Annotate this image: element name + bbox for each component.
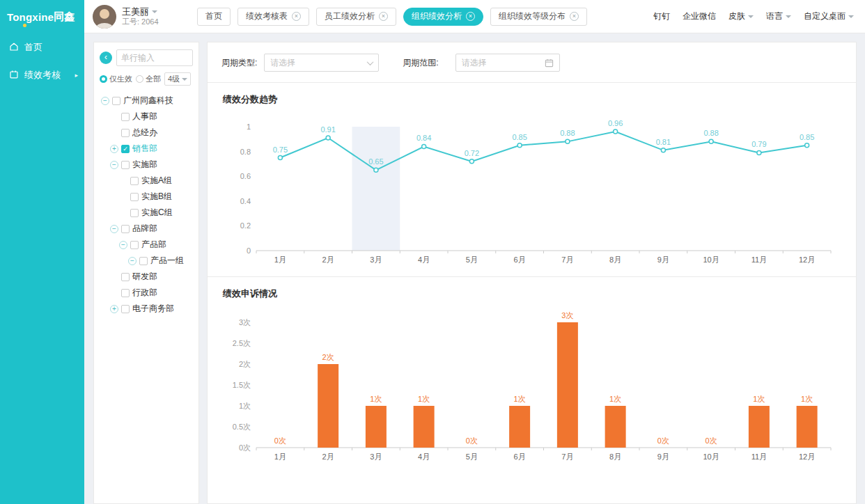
tree-node-label[interactable]: 产品部 xyxy=(141,239,166,251)
logo-dot xyxy=(23,24,26,27)
tree-node[interactable]: 总经办 xyxy=(100,125,193,141)
tree-node-label[interactable]: 研发部 xyxy=(132,271,157,283)
level-select[interactable]: 4级 xyxy=(164,72,191,86)
chevron-down-icon xyxy=(848,15,854,21)
tree-node[interactable]: −广州同鑫科技 xyxy=(100,93,193,109)
tree-node-label[interactable]: 总经办 xyxy=(132,127,157,139)
org-tree: −广州同鑫科技人事部总经办+✓销售部−实施部实施A组实施B组实施C组−品牌部−产… xyxy=(100,93,193,317)
svg-text:0.75: 0.75 xyxy=(273,145,288,154)
tree-node-label[interactable]: 实施B组 xyxy=(141,191,172,203)
tree-indent xyxy=(110,129,118,137)
collapse-panel-button[interactable]: ‹ xyxy=(100,52,112,64)
top-link-1[interactable]: 企业微信 xyxy=(683,10,716,22)
svg-text:3次: 3次 xyxy=(561,311,573,320)
svg-text:4月: 4月 xyxy=(418,452,430,461)
tree-node-label[interactable]: 广州同鑫科技 xyxy=(123,95,173,107)
checkbox[interactable]: ✓ xyxy=(121,145,130,153)
tab-label: 组织绩效等级分布 xyxy=(499,10,566,22)
close-icon[interactable]: × xyxy=(379,12,388,21)
tree-node[interactable]: +电子商务部 xyxy=(100,301,193,317)
calendar-icon xyxy=(545,58,554,68)
checkbox[interactable] xyxy=(121,129,130,137)
user-name: 王美丽 xyxy=(122,6,149,17)
top-link-4[interactable]: 自定义桌面 xyxy=(804,10,854,22)
checkbox[interactable] xyxy=(130,193,139,201)
app-root: Tongxine同鑫 首页绩效考核▸ 王美丽 工号: 2064 首页绩效考核表×… xyxy=(0,0,865,504)
sidebar-item-0[interactable]: 首页 xyxy=(0,33,84,61)
tree-node[interactable]: −实施部 xyxy=(100,157,193,173)
tree-indent xyxy=(110,113,118,121)
tab-3[interactable]: 组织绩效分析× xyxy=(403,8,483,26)
tree-node[interactable]: 实施C组 xyxy=(100,205,193,221)
tree-node-label[interactable]: 人事部 xyxy=(132,111,157,123)
tree-node[interactable]: −产品一组 xyxy=(100,253,193,269)
home-icon xyxy=(9,42,19,54)
line-chart-title: 绩效分数趋势 xyxy=(223,93,842,106)
close-icon[interactable]: × xyxy=(292,12,301,21)
tab-2[interactable]: 员工绩效分析× xyxy=(316,8,396,26)
svg-text:3次: 3次 xyxy=(239,318,251,326)
top-link-3[interactable]: 语言 xyxy=(766,10,791,22)
chevron-down-icon xyxy=(748,15,754,21)
tab-0[interactable]: 首页 xyxy=(197,8,231,26)
tree-node-label[interactable]: 实施部 xyxy=(132,159,157,171)
checkbox[interactable] xyxy=(121,305,130,313)
close-icon[interactable]: × xyxy=(466,12,475,21)
tree-node-label[interactable]: 销售部 xyxy=(132,143,157,155)
svg-text:2次: 2次 xyxy=(322,353,334,361)
checkbox[interactable] xyxy=(121,161,130,169)
tree-node-label[interactable]: 品牌部 xyxy=(132,223,157,235)
period-range-label: 周期范围: xyxy=(403,57,438,69)
tree-node[interactable]: 实施A组 xyxy=(100,173,193,189)
checkbox[interactable] xyxy=(121,113,130,121)
bar-chart-title: 绩效申诉情况 xyxy=(223,288,842,300)
checkbox[interactable] xyxy=(130,177,139,185)
search-input[interactable] xyxy=(116,49,193,66)
line-chart[interactable]: 00.20.40.60.811月2月3月4月5月6月7月8月9月10月11月12… xyxy=(221,113,841,271)
tree-node[interactable]: 实施B组 xyxy=(100,189,193,205)
radio-1[interactable]: 全部 xyxy=(136,74,161,84)
checkbox[interactable] xyxy=(139,257,148,265)
checkbox[interactable] xyxy=(130,241,139,249)
tree-node-label[interactable]: 实施A组 xyxy=(141,175,172,187)
checkbox[interactable] xyxy=(121,289,130,297)
checkbox[interactable] xyxy=(121,225,130,233)
tab-4[interactable]: 组织绩效等级分布× xyxy=(490,8,587,26)
tab-1[interactable]: 绩效考核表× xyxy=(237,8,309,26)
collapse-icon[interactable]: − xyxy=(110,161,118,169)
expand-icon[interactable]: + xyxy=(110,145,118,153)
period-range-input[interactable]: 请选择 xyxy=(455,54,560,72)
logo-text-cn: 同鑫 xyxy=(54,10,75,24)
sidebar-item-1[interactable]: 绩效考核▸ xyxy=(0,61,84,89)
avatar[interactable] xyxy=(93,5,116,29)
expand-icon[interactable]: + xyxy=(110,305,118,313)
svg-text:0.88: 0.88 xyxy=(560,129,575,137)
svg-text:3月: 3月 xyxy=(370,255,382,264)
bar-chart[interactable]: 0次0.5次1次1.5次2次2.5次3次1月2月3月4月5月6月7月8月9月10… xyxy=(221,307,841,473)
tree-node[interactable]: 研发部 xyxy=(100,269,193,285)
checkbox[interactable] xyxy=(130,209,139,217)
tree-node-label[interactable]: 电子商务部 xyxy=(132,303,174,315)
collapse-icon[interactable]: − xyxy=(110,225,118,233)
top-link-0[interactable]: 钉钉 xyxy=(653,10,670,22)
tree-node[interactable]: −产品部 xyxy=(100,237,193,253)
collapse-icon[interactable]: − xyxy=(119,241,127,249)
checkbox[interactable] xyxy=(112,97,120,105)
period-type-select[interactable]: 请选择 xyxy=(264,54,379,72)
checkbox[interactable] xyxy=(121,273,130,281)
chevron-down-icon xyxy=(367,58,374,65)
top-link-2[interactable]: 皮肤 xyxy=(728,10,754,22)
tree-node[interactable]: −品牌部 xyxy=(100,221,193,237)
top-link-label: 企业微信 xyxy=(683,10,716,22)
tree-node[interactable]: +✓销售部 xyxy=(100,141,193,157)
chevron-down-icon[interactable] xyxy=(152,10,157,16)
tree-node[interactable]: 行政部 xyxy=(100,285,193,301)
collapse-icon[interactable]: − xyxy=(128,257,137,265)
radio-0[interactable]: 仅生效 xyxy=(100,74,132,84)
tree-node-label[interactable]: 实施C组 xyxy=(141,207,173,219)
tree-node-label[interactable]: 行政部 xyxy=(132,287,157,299)
close-icon[interactable]: × xyxy=(570,12,579,21)
tree-node-label[interactable]: 产品一组 xyxy=(150,255,184,267)
collapse-icon[interactable]: − xyxy=(101,97,109,105)
tree-node[interactable]: 人事部 xyxy=(100,109,193,125)
